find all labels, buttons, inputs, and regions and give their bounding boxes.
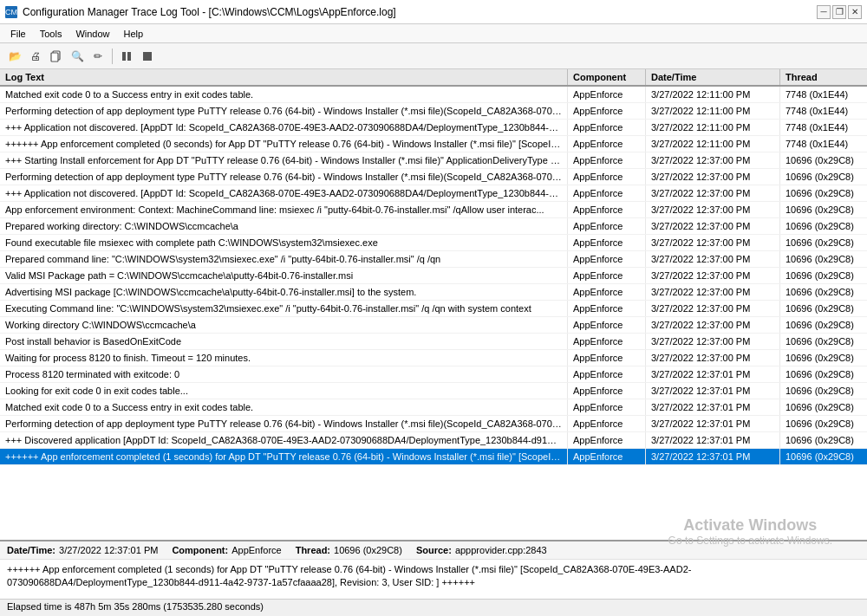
- cell-thread: 10696 (0x29C8): [780, 432, 867, 448]
- cell-thread: 10696 (0x29C8): [780, 301, 867, 316]
- cell-datetime: 3/27/2022 12:37:00 PM: [646, 317, 780, 333]
- table-row[interactable]: Looking for exit code 0 in exit codes ta…: [0, 383, 867, 399]
- open-file-btn[interactable]: 📂: [5, 47, 24, 66]
- table-row[interactable]: Matched exit code 0 to a Success entry i…: [0, 399, 867, 416]
- table-row[interactable]: Process 8120 terminated with exitcode: 0…: [0, 366, 867, 383]
- col-header-thread: Thread: [780, 69, 867, 85]
- svg-rect-1: [51, 53, 58, 62]
- table-row[interactable]: +++ Discovered application [AppDT Id: Sc…: [0, 432, 867, 449]
- menu-bar: File Tools Window Help: [0, 24, 867, 43]
- cell-thread: 10696 (0x29C8): [780, 169, 867, 185]
- cell-thread: 10696 (0x29C8): [780, 268, 867, 283]
- cell-component: AppEnforce: [568, 432, 646, 448]
- cell-thread: 10696 (0x29C8): [780, 284, 867, 300]
- cell-datetime: 3/27/2022 12:37:01 PM: [646, 449, 780, 464]
- cell-component: AppEnforce: [568, 334, 646, 349]
- minimize-button[interactable]: ─: [817, 5, 831, 19]
- table-row[interactable]: Prepared command line: "C:\WINDOWS\syste…: [0, 251, 867, 268]
- pause-btn[interactable]: [117, 47, 136, 66]
- cell-thread: 10696 (0x29C8): [780, 350, 867, 366]
- cell-datetime: 3/27/2022 12:37:00 PM: [646, 152, 780, 168]
- cell-datetime: 3/27/2022 12:11:00 PM: [646, 136, 780, 152]
- cell-thread: 10696 (0x29C8): [780, 152, 867, 168]
- cell-component: AppEnforce: [568, 416, 646, 431]
- table-row[interactable]: App enforcement environment: Context: Ma…: [0, 202, 867, 218]
- cell-text: Performing detection of app deployment t…: [0, 169, 568, 185]
- table-row[interactable]: +++ Starting Install enforcement for App…: [0, 152, 867, 169]
- cell-component: AppEnforce: [568, 268, 646, 283]
- log-table-header: Log Text Component Date/Time Thread: [0, 69, 867, 87]
- table-row[interactable]: +++ Application not discovered. [AppDT I…: [0, 185, 867, 202]
- log-table: Log Text Component Date/Time Thread Matc…: [0, 69, 867, 540]
- menu-help[interactable]: Help: [117, 27, 151, 41]
- cell-thread: 10696 (0x29C8): [780, 202, 867, 217]
- cell-datetime: 3/27/2022 12:37:01 PM: [646, 399, 780, 415]
- find-btn[interactable]: 🔍: [68, 47, 87, 66]
- cell-component: AppEnforce: [568, 185, 646, 201]
- svg-rect-2: [122, 52, 126, 61]
- menu-file[interactable]: File: [3, 27, 33, 41]
- table-row[interactable]: Advertising MSI package [C:\WINDOWS\ccmc…: [0, 284, 867, 301]
- detail-fields: Date/Time: 3/27/2022 12:37:01 PM Compone…: [0, 541, 867, 560]
- main-content: Log Text Component Date/Time Thread Matc…: [0, 69, 867, 599]
- table-row[interactable]: Prepared working directory: C:\WINDOWS\c…: [0, 218, 867, 235]
- table-row[interactable]: Matched exit code 0 to a Success entry i…: [0, 87, 867, 103]
- cell-text: ++++++ App enforcement completed (1 seco…: [0, 449, 568, 464]
- status-text: Elapsed time is 487h 5m 35s 280ms (17535…: [7, 601, 264, 612]
- table-row[interactable]: Performing detection of app deployment t…: [0, 103, 867, 120]
- cell-text: ++++++ App enforcement completed (0 seco…: [0, 136, 568, 152]
- table-row[interactable]: ++++++ App enforcement completed (1 seco…: [0, 449, 867, 465]
- cell-thread: 10696 (0x29C8): [780, 383, 867, 399]
- table-row[interactable]: Performing detection of app deployment t…: [0, 169, 867, 185]
- close-button[interactable]: ✕: [848, 5, 862, 19]
- cell-datetime: 3/27/2022 12:37:00 PM: [646, 235, 780, 250]
- table-row[interactable]: +++ Application not discovered. [AppDT I…: [0, 120, 867, 136]
- cell-datetime: 3/27/2022 12:37:01 PM: [646, 432, 780, 448]
- cell-thread: 10696 (0x29C8): [780, 399, 867, 415]
- table-row[interactable]: Executing Command line: "C:\WINDOWS\syst…: [0, 301, 867, 317]
- cell-datetime: 3/27/2022 12:37:00 PM: [646, 169, 780, 185]
- table-row[interactable]: Performing detection of app deployment t…: [0, 416, 867, 432]
- menu-tools[interactable]: Tools: [33, 27, 69, 41]
- stop-btn[interactable]: [138, 47, 157, 66]
- cell-text: Post install behavior is BasedOnExitCode: [0, 334, 568, 349]
- col-header-datetime: Date/Time: [646, 69, 780, 85]
- table-row[interactable]: Working directory C:\WINDOWS\ccmcache\aA…: [0, 317, 867, 334]
- restore-button[interactable]: ❐: [832, 5, 846, 19]
- cell-datetime: 3/27/2022 12:37:01 PM: [646, 416, 780, 431]
- cell-thread: 10696 (0x29C8): [780, 185, 867, 201]
- print-btn[interactable]: 🖨: [26, 47, 45, 66]
- cell-component: AppEnforce: [568, 87, 646, 102]
- cell-thread: 7748 (0x1E44): [780, 120, 867, 135]
- cell-text: Performing detection of app deployment t…: [0, 103, 568, 119]
- table-row[interactable]: Valid MSI Package path = C:\WINDOWS\ccmc…: [0, 268, 867, 284]
- cell-component: AppEnforce: [568, 169, 646, 185]
- cell-thread: 10696 (0x29C8): [780, 317, 867, 333]
- svg-rect-3: [127, 52, 131, 61]
- table-row[interactable]: Post install behavior is BasedOnExitCode…: [0, 334, 867, 350]
- table-row[interactable]: ++++++ App enforcement completed (0 seco…: [0, 136, 867, 152]
- menu-window[interactable]: Window: [68, 27, 116, 41]
- table-row[interactable]: Waiting for process 8120 to finish. Time…: [0, 350, 867, 366]
- table-row[interactable]: Found executable file msiexec with compl…: [0, 235, 867, 251]
- status-bar: Elapsed time is 487h 5m 35s 280ms (17535…: [0, 599, 867, 616]
- cell-text: +++ Starting Install enforcement for App…: [0, 152, 568, 168]
- cell-datetime: 3/27/2022 12:37:01 PM: [646, 366, 780, 382]
- cell-component: AppEnforce: [568, 301, 646, 316]
- cell-component: AppEnforce: [568, 136, 646, 152]
- cell-datetime: 3/27/2022 12:11:00 PM: [646, 120, 780, 135]
- toolbar-separator-1: [112, 49, 113, 64]
- copy-btn[interactable]: [47, 47, 66, 66]
- cell-datetime: 3/27/2022 12:37:00 PM: [646, 268, 780, 283]
- cell-text: Executing Command line: "C:\WINDOWS\syst…: [0, 301, 568, 316]
- cell-text: +++ Application not discovered. [AppDT I…: [0, 185, 568, 201]
- cell-text: Looking for exit code 0 in exit codes ta…: [0, 383, 568, 399]
- cell-text: +++ Application not discovered. [AppDT I…: [0, 120, 568, 135]
- cell-component: AppEnforce: [568, 152, 646, 168]
- highlight-btn[interactable]: ✏: [88, 47, 108, 66]
- cell-thread: 7748 (0x1E44): [780, 87, 867, 102]
- log-rows[interactable]: Matched exit code 0 to a Success entry i…: [0, 87, 867, 540]
- detail-thread-value: 10696 (0x29C8): [334, 545, 402, 555]
- detail-component-value: AppEnforce: [231, 545, 281, 555]
- cell-datetime: 3/27/2022 12:37:00 PM: [646, 218, 780, 234]
